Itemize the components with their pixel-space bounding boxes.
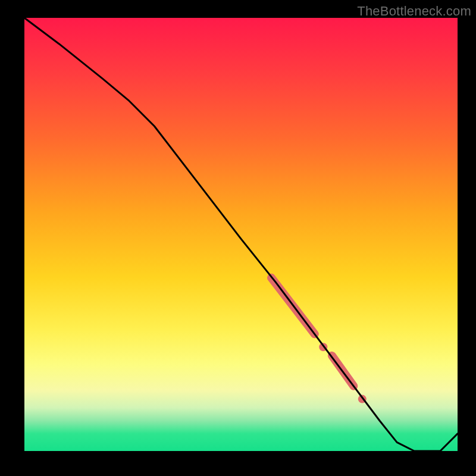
plot-area bbox=[24, 18, 458, 451]
curve-svg bbox=[24, 18, 458, 451]
chart-frame: TheBottleneck.com bbox=[0, 0, 476, 476]
main-curve bbox=[24, 18, 458, 451]
watermark-text: TheBottleneck.com bbox=[357, 4, 471, 19]
